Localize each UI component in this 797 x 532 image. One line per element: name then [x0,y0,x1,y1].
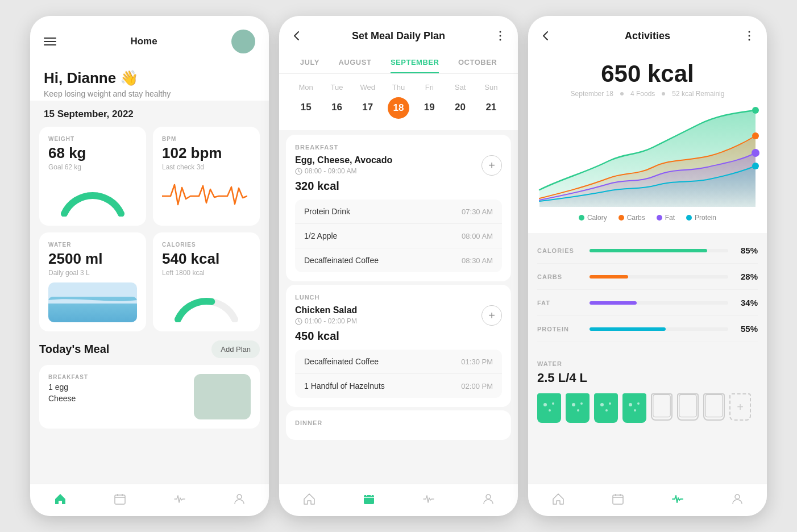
svg-point-28 [577,409,579,412]
day-sun: Sun [476,83,507,92]
bpm-sub: Last check 3d [162,163,251,171]
meal-item-2: Cheese [48,394,187,403]
cup-icon-5 [652,393,671,419]
date-19[interactable]: 19 [414,97,445,119]
tab-august[interactable]: AUGUST [338,58,371,73]
lunch-add-button[interactable]: + [481,305,502,326]
tab-july[interactable]: JULY [300,58,319,73]
svg-point-23 [543,403,547,406]
svg-point-17 [748,39,750,41]
more-icon[interactable] [494,30,507,42]
home-header: Home [30,16,269,60]
meal-section: Today's Meal Add Plan BREAKFAST 1 egg Ch… [30,338,269,438]
svg-point-32 [605,409,608,412]
hero-section: Hi, Dianne 👋 Keep losing weight and stay… [30,60,269,101]
stat-label-protein: PROTEIN [537,326,583,332]
meal-thumbnail [194,374,251,419]
svg-point-33 [609,402,611,405]
cup-add-button[interactable]: + [729,393,751,421]
nav-activity-3[interactable] [671,492,684,506]
nav-activity[interactable] [173,492,186,506]
tab-september[interactable]: SEPTEMBER [391,58,439,73]
calendar-days-header: Mon Tue Wed Thu Fri Sat Sun [290,83,507,92]
date-20[interactable]: 20 [445,97,475,119]
lunch-food-list: Decaffeinated Coffee 01:30 PM 1 Handful … [295,350,502,398]
svg-point-36 [634,409,636,412]
svg-rect-34 [625,396,644,421]
legend-dot-calory [579,215,584,221]
nav-profile[interactable] [233,492,246,506]
date-18[interactable]: 18 [388,97,409,119]
nav-calendar[interactable] [113,492,127,506]
nav-activity-2[interactable] [422,492,435,506]
lunch-time: 01:00 - 02:00 PM [295,317,357,325]
nav-calendar-3[interactable] [611,492,625,506]
clock-icon-lunch [295,318,302,325]
date-21[interactable]: 21 [476,97,507,119]
stat-bar-protein [590,327,666,331]
food-name-3: Decaffeinated Coffee [304,256,379,265]
water-amount-3: 2.5 L/4 L [537,371,758,385]
stat-pct-protein: 55% [735,324,758,334]
legend-carbs: Carbs [618,214,645,222]
cup-7[interactable] [703,393,725,421]
nav-home-2[interactable] [302,492,316,506]
date-15[interactable]: 15 [290,97,321,119]
cup-2[interactable] [566,393,590,423]
nav-home-3[interactable] [551,492,565,506]
meta-dot-2 [662,92,665,95]
bpm-card: BPM 102 bpm Last check 3d [153,127,260,226]
nav-home[interactable] [53,492,67,506]
back-icon[interactable] [290,30,303,42]
svg-rect-41 [613,495,623,504]
date-display: 15 September, 2022 [44,109,255,120]
weight-gauge [56,177,130,217]
home-title: Home [130,36,157,47]
day-thu: Thu [383,83,414,92]
water-cups: + [537,393,758,423]
phone-home: Home Hi, Dianne 👋 Keep losing weight and… [30,16,269,516]
cup-add-icon: + [737,401,744,414]
nav-profile-2[interactable] [481,492,495,506]
nav-calendar-2[interactable] [362,492,376,506]
cup-6[interactable] [677,393,699,421]
month-tabs: JULY AUGUST SEPTEMBER OCTOBER [279,51,518,74]
home-icon [53,492,67,506]
dinner-section: DINNER [286,410,511,440]
more-icon-3[interactable] [743,30,756,42]
food-apple: 1/2 Apple 08:00 AM [295,224,502,248]
date-17[interactable]: 17 [352,97,383,119]
svg-point-18 [752,107,759,114]
greeting-text: Hi, Dianne 👋 [44,69,255,87]
cup-5[interactable] [651,393,673,421]
cup-1[interactable] [537,393,561,423]
breakfast-add-button[interactable]: + [481,155,502,176]
back-icon-3[interactable] [539,30,552,42]
legend-label-fat: Fat [665,214,675,222]
cup-3[interactable] [594,393,618,423]
water-section-3: WATER 2.5 L/4 L [528,351,767,432]
food-hazelnuts: 1 Handful of Hazelnuts 02:00 PM [295,374,502,398]
clock-icon [295,168,302,175]
stat-bar-fat [590,301,637,305]
profile-icon [233,492,246,506]
calendar-icon-3 [611,492,625,506]
dinner-type: DINNER [295,419,502,426]
weight-sub: Goal 62 kg [48,163,137,171]
food-decaf: Decaffeinated Coffee 08:30 AM [295,248,502,272]
meta-date: September 18 [571,90,613,98]
bpm-label: BPM [162,136,251,142]
date-16[interactable]: 16 [321,97,352,119]
cup-4[interactable] [622,393,646,423]
nav-profile-3[interactable] [730,492,744,506]
tab-october[interactable]: OCTOBER [458,58,497,73]
food-name-5: 1 Handful of Hazelnuts [304,381,385,390]
profile-icon-2 [481,492,495,506]
avatar[interactable] [231,30,255,53]
weight-value: 68 kg [48,144,137,162]
water-label: WATER [48,242,137,248]
cup-icon-6 [678,393,698,419]
menu-button[interactable] [44,38,56,45]
add-plan-button[interactable]: Add Plan [211,340,260,358]
svg-rect-26 [568,396,587,421]
